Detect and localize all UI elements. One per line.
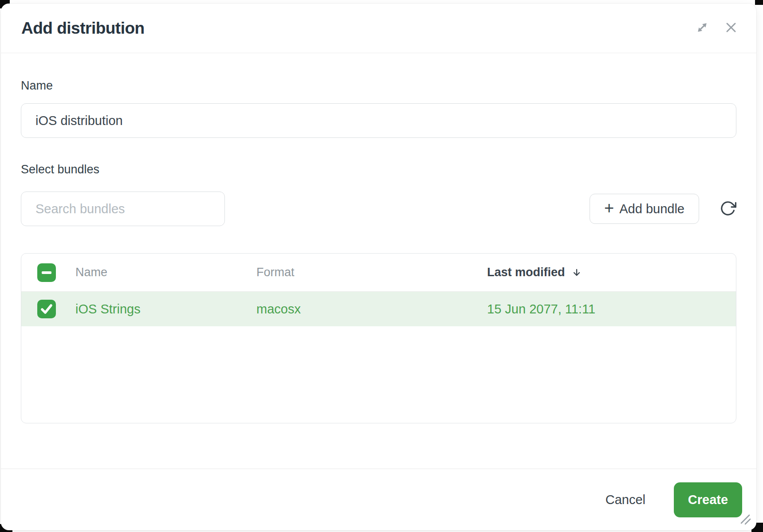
column-header-format[interactable]: Format bbox=[256, 266, 487, 279]
dialog-footer: Cancel Create bbox=[1, 469, 756, 530]
expand-dialog-button[interactable] bbox=[694, 20, 710, 37]
expand-icon bbox=[694, 20, 710, 37]
bundle-row-ios-strings[interactable]: iOS Strings macosx 15 Jun 2077, 11:11 bbox=[21, 292, 736, 326]
create-button[interactable]: Create bbox=[674, 482, 742, 517]
dialog-header-actions bbox=[694, 20, 739, 37]
cancel-button[interactable]: Cancel bbox=[606, 493, 645, 507]
checkmark-icon bbox=[37, 300, 56, 318]
refresh-icon bbox=[720, 200, 736, 218]
close-dialog-button[interactable] bbox=[724, 20, 739, 36]
refresh-bundles-button[interactable] bbox=[720, 200, 736, 218]
indeterminate-icon bbox=[42, 271, 51, 274]
add-bundle-button[interactable]: + Add bundle bbox=[590, 194, 699, 224]
add-distribution-dialog: Add distribution bbox=[1, 4, 756, 530]
select-bundles-label: Select bundles bbox=[21, 163, 736, 176]
bundle-format-cell: macosx bbox=[256, 302, 487, 317]
dialog-body: Name Select bundles + Add bundle bbox=[1, 53, 756, 469]
add-bundle-button-label: Add bundle bbox=[619, 202, 684, 216]
column-header-name[interactable]: Name bbox=[75, 266, 256, 279]
sort-descending-icon bbox=[571, 267, 582, 278]
search-bundles-input[interactable] bbox=[21, 192, 225, 226]
bundle-name-cell: iOS Strings bbox=[75, 302, 256, 317]
row-checkbox[interactable] bbox=[37, 300, 56, 318]
distribution-name-input[interactable] bbox=[21, 103, 736, 138]
close-icon bbox=[724, 20, 739, 36]
name-field-label: Name bbox=[21, 79, 736, 93]
select-all-checkbox[interactable] bbox=[37, 263, 56, 282]
bundle-last-modified-cell: 15 Jun 2077, 11:11 bbox=[487, 302, 736, 317]
plus-icon: + bbox=[604, 200, 614, 216]
bundles-table-header: Name Format Last modified bbox=[21, 254, 736, 292]
resize-handle[interactable] bbox=[739, 513, 751, 527]
dialog-title: Add distribution bbox=[21, 19, 145, 38]
dialog-header: Add distribution bbox=[1, 4, 756, 53]
bundles-table: Name Format Last modified bbox=[21, 253, 736, 423]
bundles-toolbar: + Add bundle bbox=[21, 192, 736, 226]
column-header-last-modified[interactable]: Last modified bbox=[487, 266, 565, 279]
